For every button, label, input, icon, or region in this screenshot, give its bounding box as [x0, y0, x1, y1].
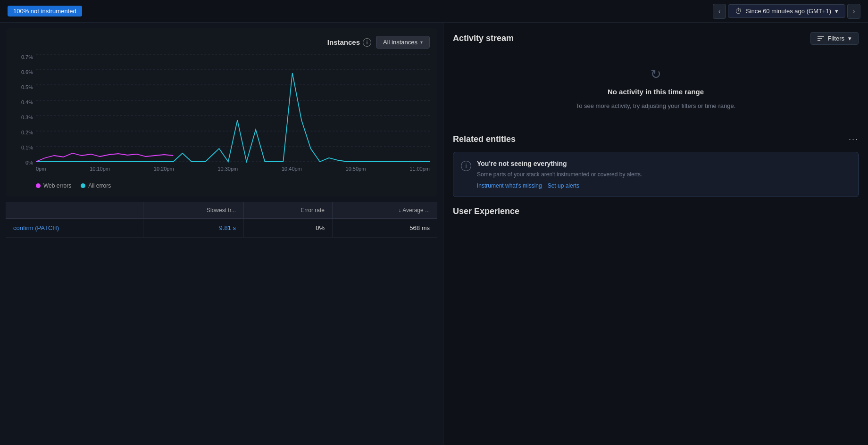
activity-stream-empty: ↺ No activity in this time range To see …: [453, 52, 859, 125]
user-experience-header: User Experience: [453, 206, 859, 216]
instances-title: Instances i: [327, 38, 371, 47]
x-label-1050: 10:50pm: [346, 166, 366, 172]
related-entities-info-box: i You're not seeing everything Some part…: [453, 152, 859, 197]
col-average[interactable]: ↓ Average ...: [333, 202, 437, 219]
col-error-rate[interactable]: Error rate: [244, 202, 333, 219]
y-label-01: 0.1%: [13, 145, 33, 150]
table-row[interactable]: confirm (PATCH) 9.81 s 0% 568 ms: [6, 219, 437, 238]
y-label-04: 0.4%: [13, 99, 33, 105]
set-up-alerts-link[interactable]: Set up alerts: [548, 182, 579, 189]
user-experience-title: User Experience: [453, 206, 519, 216]
all-instances-label: All instances: [383, 39, 417, 46]
web-errors-line: [36, 153, 173, 162]
user-experience-section: User Experience: [453, 206, 859, 224]
chevron-down-icon: ▾: [848, 35, 851, 42]
time-range-button[interactable]: ⏱ Since 60 minutes ago (GMT+1) ▾: [728, 4, 845, 18]
nav-next-button[interactable]: ›: [847, 4, 860, 19]
top-bar-left: 100% not instrumented: [8, 6, 82, 16]
y-label-06: 0.6%: [13, 69, 33, 75]
activity-stream-section: Activity stream Filters ▾ ↺ No activity …: [453, 32, 859, 125]
chart-legend: Web errors All errors: [13, 182, 430, 189]
instances-info-icon[interactable]: i: [363, 38, 371, 47]
y-label-07: 0.7%: [13, 54, 33, 60]
left-panel: Instances i All instances ▾ 0.7% 0.6% 0.…: [0, 23, 443, 445]
legend-all-errors: All errors: [81, 182, 111, 189]
chart-header: Instances i All instances ▾: [13, 36, 430, 49]
y-label-02: 0.2%: [13, 130, 33, 135]
y-label-0: 0%: [13, 160, 33, 165]
info-box-icon: i: [461, 161, 471, 171]
nav-prev-button[interactable]: ‹: [713, 4, 726, 19]
col-name[interactable]: [6, 202, 143, 219]
chart-inner: 0pm 10:10pm 10:20pm 10:30pm 10:40pm 10:5…: [36, 54, 430, 177]
chart-svg: [36, 54, 430, 163]
activity-stream-title: Activity stream: [453, 33, 514, 43]
not-instrumented-badge: 100% not instrumented: [8, 6, 82, 16]
empty-state-title: No activity in this time range: [608, 88, 704, 96]
info-box-content: You're not seeing everything Some parts …: [477, 160, 642, 189]
web-errors-label: Web errors: [43, 182, 71, 189]
y-label-05: 0.5%: [13, 84, 33, 90]
info-box-title: You're not seeing everything: [477, 160, 642, 167]
instrument-missing-link[interactable]: Instrument what's missing: [477, 182, 542, 189]
legend-web-errors: Web errors: [36, 182, 71, 189]
all-instances-button[interactable]: All instances ▾: [376, 36, 430, 49]
x-axis: 0pm 10:10pm 10:20pm 10:30pm 10:40pm 10:5…: [36, 164, 430, 172]
table-section: Slowest tr... Error rate ↓ Average ... c…: [6, 202, 437, 439]
refresh-icon: ↺: [651, 66, 661, 82]
chart-area: 0.7% 0.6% 0.5% 0.4% 0.3% 0.2% 0.1% 0%: [13, 54, 430, 177]
related-entities-header: Related entities ···: [453, 134, 859, 144]
right-panel: Activity stream Filters ▾ ↺ No activity …: [443, 23, 868, 445]
all-errors-label: All errors: [88, 182, 111, 189]
x-label-1020: 10:20pm: [154, 166, 174, 172]
filter-icon: [818, 36, 824, 41]
all-errors-line: [36, 73, 430, 162]
row-slowest: 9.81 s: [143, 219, 244, 238]
x-label-1010: 10:10pm: [90, 166, 110, 172]
y-label-03: 0.3%: [13, 115, 33, 120]
col-slowest[interactable]: Slowest tr...: [143, 202, 244, 219]
row-error-rate: 0%: [244, 219, 333, 238]
x-label-1030: 10:30pm: [217, 166, 238, 172]
chart-section: Instances i All instances ▾ 0.7% 0.6% 0.…: [6, 28, 437, 197]
time-range-label: Since 60 minutes ago (GMT+1): [746, 8, 831, 15]
related-entities-title: Related entities: [453, 134, 516, 144]
info-box-desc: Some parts of your stack aren't instrume…: [477, 170, 642, 179]
chevron-down-icon: ▾: [420, 40, 423, 45]
clock-icon: ⏱: [735, 7, 742, 15]
instances-label-text: Instances: [327, 38, 360, 46]
y-axis: 0.7% 0.6% 0.5% 0.4% 0.3% 0.2% 0.1% 0%: [13, 54, 36, 177]
filters-button[interactable]: Filters ▾: [810, 32, 859, 45]
data-table: Slowest tr... Error rate ↓ Average ... c…: [6, 202, 437, 238]
x-label-1100: 11:00pm: [409, 166, 430, 172]
web-errors-dot: [36, 183, 41, 188]
x-label-0: 0pm: [36, 166, 46, 172]
more-options-button[interactable]: ···: [849, 134, 859, 144]
table-header-row: Slowest tr... Error rate ↓ Average ...: [6, 202, 437, 219]
row-name[interactable]: confirm (PATCH): [6, 219, 143, 238]
top-bar: 100% not instrumented ‹ ⏱ Since 60 minut…: [0, 0, 868, 23]
info-box-links: Instrument what's missing Set up alerts: [477, 182, 642, 189]
chevron-down-icon: ▾: [835, 8, 838, 15]
activity-stream-header: Activity stream Filters ▾: [453, 32, 859, 45]
row-average: 568 ms: [333, 219, 437, 238]
empty-state-desc: To see more activity, try adjusting your…: [576, 101, 736, 111]
filters-label: Filters: [828, 35, 844, 42]
main-layout: Instances i All instances ▾ 0.7% 0.6% 0.…: [0, 23, 868, 445]
top-bar-right: ‹ ⏱ Since 60 minutes ago (GMT+1) ▾ ›: [713, 4, 860, 19]
related-entities-section: Related entities ··· i You're not seeing…: [453, 134, 859, 197]
x-label-1040: 10:40pm: [282, 166, 302, 172]
all-errors-dot: [81, 183, 85, 188]
